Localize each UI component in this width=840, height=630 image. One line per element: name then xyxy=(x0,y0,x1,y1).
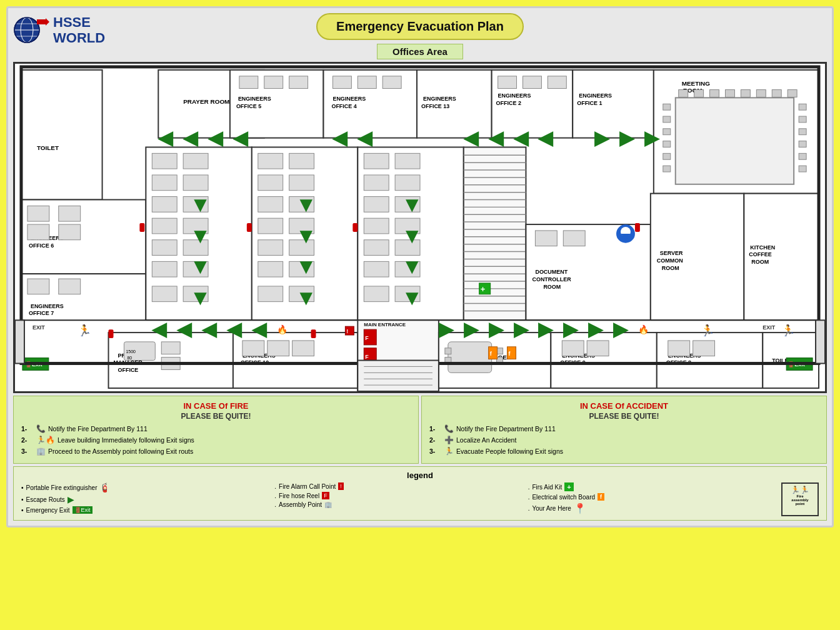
svg-text:◀: ◀ xyxy=(463,128,479,148)
legend-col-2: . Fire Alarm Call Point ! . Fire hose Re… xyxy=(274,482,528,516)
svg-rect-180 xyxy=(497,358,503,364)
svg-rect-249 xyxy=(508,347,516,359)
svg-rect-242 xyxy=(479,283,491,294)
svg-rect-53 xyxy=(710,90,719,98)
fire-item-2-text: Leave building Immediately following Exi… xyxy=(58,436,194,444)
svg-text:PRAYER ROOM: PRAYER ROOM xyxy=(183,98,229,105)
svg-rect-83 xyxy=(183,261,208,277)
svg-rect-90 xyxy=(289,175,314,191)
legend-item-assembly: . Assembly Point 🏢 xyxy=(274,501,528,508)
svg-text:MANAGER: MANAGER xyxy=(114,360,143,366)
firstaid-box-icon: + xyxy=(564,482,573,491)
svg-rect-168 xyxy=(292,341,314,356)
svg-text:▶: ▶ xyxy=(514,319,529,339)
svg-rect-87 xyxy=(258,153,283,169)
svg-rect-46 xyxy=(799,116,806,122)
svg-text:◀: ◀ xyxy=(201,319,218,339)
floorplan: PRAYER ROOM TOILET ENGINEERS OFFICE 5 EN… xyxy=(13,62,827,393)
title-oval: Emergency Evacuation Plan xyxy=(316,13,524,40)
svg-rect-108 xyxy=(364,218,389,234)
svg-text:▼: ▼ xyxy=(401,192,423,216)
svg-rect-66 xyxy=(21,274,146,336)
logo-globe-icon xyxy=(13,13,51,48)
svg-text:ENGINEERS: ENGINEERS xyxy=(579,92,612,99)
svg-text:▶: ▶ xyxy=(644,128,660,148)
accident-heading2: PLEASE BE QUITE! xyxy=(429,412,819,421)
svg-text:OFFICE  4: OFFICE 4 xyxy=(331,103,356,109)
svg-rect-98 xyxy=(289,261,314,277)
svg-rect-254 xyxy=(786,358,812,371)
svg-rect-172 xyxy=(364,348,376,364)
svg-rect-63 xyxy=(28,224,49,240)
svg-text:ENGINEERS: ENGINEERS xyxy=(668,352,701,359)
svg-rect-170 xyxy=(364,329,376,345)
svg-rect-88 xyxy=(289,153,314,169)
svg-text:ENGINEERS: ENGINEERS xyxy=(31,303,64,309)
svg-rect-74 xyxy=(152,175,177,191)
svg-rect-95 xyxy=(258,240,283,256)
svg-rect-30 xyxy=(522,76,541,89)
svg-rect-179 xyxy=(497,348,503,354)
svg-rect-45 xyxy=(799,104,806,110)
svg-rect-186 xyxy=(657,332,762,388)
svg-rect-154 xyxy=(109,332,233,388)
info-section: IN CASE Of FIRE PLEASE BE QUITE! 1- 📞 No… xyxy=(13,396,827,464)
legend-firstaid-label: Firs Aid Kit xyxy=(532,484,562,491)
svg-rect-185 xyxy=(587,341,609,356)
legend-item-emergency-exit: • Emergency Exit 🚪Exit xyxy=(21,506,274,514)
svg-rect-52 xyxy=(694,90,704,98)
fire-item-3-text: Proceed to the Assembly point following … xyxy=(48,448,193,455)
header: HSSE WORLD Emergency Evacuation Plan xyxy=(13,13,827,40)
svg-rect-166 xyxy=(242,341,264,356)
svg-rect-20 xyxy=(332,76,351,89)
svg-text:▼: ▼ xyxy=(296,254,318,278)
svg-rect-48 xyxy=(799,141,806,148)
offices-label-wrap: Offices Area xyxy=(13,44,827,59)
svg-text:SERVER: SERVER xyxy=(660,251,683,257)
svg-rect-17 xyxy=(323,70,417,138)
hose-icon: F xyxy=(322,492,329,499)
offices-area-label: Offices Area xyxy=(377,44,463,59)
fire-item-3: 3- 🏢 Proceed to the Assembly point follo… xyxy=(21,447,411,456)
svg-rect-178 xyxy=(445,358,451,364)
svg-text:◀: ◀ xyxy=(158,128,174,148)
logo-text: HSSE WORLD xyxy=(53,15,105,45)
svg-rect-21 xyxy=(358,76,376,89)
svg-text:◀: ◀ xyxy=(513,128,529,148)
alarm-icon: ! xyxy=(338,482,344,490)
exit-run-icon: 🏃🔥 xyxy=(36,436,55,444)
legend-grid: • Portable Fire extinguisher 🧯 • Escape … xyxy=(21,482,819,516)
svg-text:▼: ▼ xyxy=(189,254,211,278)
legend-col-3: . Firs Aid Kit + . Electrical switch Boa… xyxy=(528,482,781,516)
svg-rect-144 xyxy=(563,231,585,246)
fire-item-2: 2- 🏃🔥 Leave building Immediately followi… xyxy=(21,436,411,444)
legend-dot-3: . xyxy=(274,501,276,508)
legend-dot-6: . xyxy=(528,505,530,512)
svg-text:DOCUMENT: DOCUMENT xyxy=(535,269,568,275)
svg-text:F: F xyxy=(365,354,369,360)
svg-text:▼: ▼ xyxy=(401,286,423,309)
svg-text:f: f xyxy=(490,351,492,357)
svg-rect-110 xyxy=(364,240,389,256)
page-container: HSSE WORLD Emergency Evacuation Plan Off… xyxy=(0,0,840,630)
svg-text:ROOM: ROOM xyxy=(543,284,561,290)
svg-rect-38 xyxy=(676,98,794,184)
legend-emergency-exit-label: Emergency Exit xyxy=(26,507,70,514)
svg-rect-65 xyxy=(59,224,81,240)
svg-rect-251 xyxy=(22,358,49,371)
svg-rect-233 xyxy=(352,223,358,232)
svg-rect-29 xyxy=(498,76,517,89)
svg-rect-113 xyxy=(395,261,420,277)
svg-text:◀: ◀ xyxy=(232,128,249,148)
svg-point-244 xyxy=(616,224,635,243)
firstaid-icon: ➕ xyxy=(444,436,454,444)
svg-rect-57 xyxy=(772,90,781,98)
svg-rect-35 xyxy=(654,70,819,194)
svg-rect-92 xyxy=(289,197,314,212)
fire-item-1-num: 1- xyxy=(21,425,34,432)
svg-rect-44 xyxy=(663,166,671,172)
svg-rect-22 xyxy=(382,76,401,89)
svg-text:OFFICE  10: OFFICE 10 xyxy=(241,360,269,366)
svg-rect-42 xyxy=(663,141,671,148)
svg-text:MAIN ENTRANCE: MAIN ENTRANCE xyxy=(364,322,406,328)
